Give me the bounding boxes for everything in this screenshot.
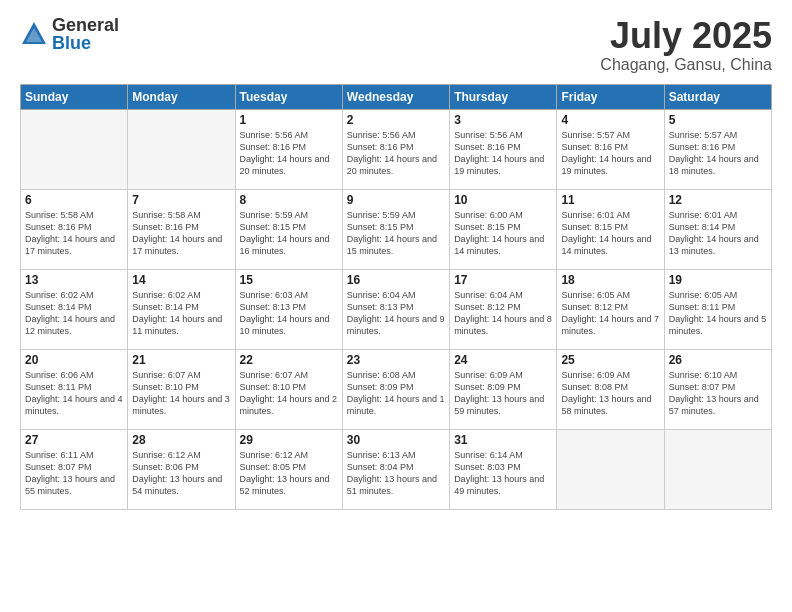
calendar-day-cell: 16Sunrise: 6:04 AM Sunset: 8:13 PM Dayli…: [342, 269, 449, 349]
calendar-header-cell: Saturday: [664, 84, 771, 109]
calendar-header-cell: Tuesday: [235, 84, 342, 109]
day-detail: Sunrise: 6:04 AM Sunset: 8:12 PM Dayligh…: [454, 289, 552, 338]
calendar-day-cell: 9Sunrise: 5:59 AM Sunset: 8:15 PM Daylig…: [342, 189, 449, 269]
calendar-day-cell: 22Sunrise: 6:07 AM Sunset: 8:10 PM Dayli…: [235, 349, 342, 429]
calendar-day-cell: 5Sunrise: 5:57 AM Sunset: 8:16 PM Daylig…: [664, 109, 771, 189]
day-detail: Sunrise: 6:01 AM Sunset: 8:14 PM Dayligh…: [669, 209, 767, 258]
day-number: 23: [347, 353, 445, 367]
calendar-day-cell: 25Sunrise: 6:09 AM Sunset: 8:08 PM Dayli…: [557, 349, 664, 429]
day-number: 1: [240, 113, 338, 127]
page: General Blue July 2025 Chagang, Gansu, C…: [0, 0, 792, 612]
calendar-day-cell: 2Sunrise: 5:56 AM Sunset: 8:16 PM Daylig…: [342, 109, 449, 189]
calendar-day-cell: 31Sunrise: 6:14 AM Sunset: 8:03 PM Dayli…: [450, 429, 557, 509]
calendar-day-cell: 12Sunrise: 6:01 AM Sunset: 8:14 PM Dayli…: [664, 189, 771, 269]
day-number: 19: [669, 273, 767, 287]
logo-general: General: [52, 16, 119, 34]
day-detail: Sunrise: 6:09 AM Sunset: 8:09 PM Dayligh…: [454, 369, 552, 418]
calendar-day-cell: [21, 109, 128, 189]
day-number: 27: [25, 433, 123, 447]
day-number: 4: [561, 113, 659, 127]
day-detail: Sunrise: 6:06 AM Sunset: 8:11 PM Dayligh…: [25, 369, 123, 418]
day-detail: Sunrise: 6:13 AM Sunset: 8:04 PM Dayligh…: [347, 449, 445, 498]
calendar-day-cell: 4Sunrise: 5:57 AM Sunset: 8:16 PM Daylig…: [557, 109, 664, 189]
day-detail: Sunrise: 6:03 AM Sunset: 8:13 PM Dayligh…: [240, 289, 338, 338]
calendar-day-cell: 19Sunrise: 6:05 AM Sunset: 8:11 PM Dayli…: [664, 269, 771, 349]
day-detail: Sunrise: 6:09 AM Sunset: 8:08 PM Dayligh…: [561, 369, 659, 418]
day-number: 10: [454, 193, 552, 207]
day-detail: Sunrise: 5:56 AM Sunset: 8:16 PM Dayligh…: [454, 129, 552, 178]
day-detail: Sunrise: 6:08 AM Sunset: 8:09 PM Dayligh…: [347, 369, 445, 418]
month-title: July 2025: [600, 16, 772, 56]
day-number: 9: [347, 193, 445, 207]
day-detail: Sunrise: 6:07 AM Sunset: 8:10 PM Dayligh…: [132, 369, 230, 418]
day-number: 2: [347, 113, 445, 127]
calendar-day-cell: 11Sunrise: 6:01 AM Sunset: 8:15 PM Dayli…: [557, 189, 664, 269]
calendar-day-cell: 6Sunrise: 5:58 AM Sunset: 8:16 PM Daylig…: [21, 189, 128, 269]
day-number: 22: [240, 353, 338, 367]
calendar-header-cell: Friday: [557, 84, 664, 109]
day-number: 12: [669, 193, 767, 207]
calendar-day-cell: 14Sunrise: 6:02 AM Sunset: 8:14 PM Dayli…: [128, 269, 235, 349]
day-detail: Sunrise: 5:56 AM Sunset: 8:16 PM Dayligh…: [240, 129, 338, 178]
title-section: July 2025 Chagang, Gansu, China: [600, 16, 772, 74]
logo-blue: Blue: [52, 34, 119, 52]
calendar-day-cell: 8Sunrise: 5:59 AM Sunset: 8:15 PM Daylig…: [235, 189, 342, 269]
day-number: 17: [454, 273, 552, 287]
day-number: 20: [25, 353, 123, 367]
day-detail: Sunrise: 5:58 AM Sunset: 8:16 PM Dayligh…: [25, 209, 123, 258]
calendar-week-row: 1Sunrise: 5:56 AM Sunset: 8:16 PM Daylig…: [21, 109, 772, 189]
day-detail: Sunrise: 6:12 AM Sunset: 8:06 PM Dayligh…: [132, 449, 230, 498]
calendar-day-cell: 28Sunrise: 6:12 AM Sunset: 8:06 PM Dayli…: [128, 429, 235, 509]
subtitle: Chagang, Gansu, China: [600, 56, 772, 74]
day-number: 7: [132, 193, 230, 207]
calendar-day-cell: 26Sunrise: 6:10 AM Sunset: 8:07 PM Dayli…: [664, 349, 771, 429]
calendar-day-cell: 29Sunrise: 6:12 AM Sunset: 8:05 PM Dayli…: [235, 429, 342, 509]
day-number: 28: [132, 433, 230, 447]
calendar-week-row: 27Sunrise: 6:11 AM Sunset: 8:07 PM Dayli…: [21, 429, 772, 509]
day-number: 8: [240, 193, 338, 207]
calendar-week-row: 20Sunrise: 6:06 AM Sunset: 8:11 PM Dayli…: [21, 349, 772, 429]
day-number: 30: [347, 433, 445, 447]
calendar-day-cell: 17Sunrise: 6:04 AM Sunset: 8:12 PM Dayli…: [450, 269, 557, 349]
calendar-day-cell: 18Sunrise: 6:05 AM Sunset: 8:12 PM Dayli…: [557, 269, 664, 349]
calendar-day-cell: [664, 429, 771, 509]
logo: General Blue: [20, 16, 119, 52]
calendar-day-cell: 10Sunrise: 6:00 AM Sunset: 8:15 PM Dayli…: [450, 189, 557, 269]
day-number: 6: [25, 193, 123, 207]
day-detail: Sunrise: 6:14 AM Sunset: 8:03 PM Dayligh…: [454, 449, 552, 498]
calendar-header-cell: Sunday: [21, 84, 128, 109]
calendar-day-cell: 24Sunrise: 6:09 AM Sunset: 8:09 PM Dayli…: [450, 349, 557, 429]
calendar-week-row: 13Sunrise: 6:02 AM Sunset: 8:14 PM Dayli…: [21, 269, 772, 349]
calendar-header-cell: Monday: [128, 84, 235, 109]
day-number: 24: [454, 353, 552, 367]
calendar-day-cell: 20Sunrise: 6:06 AM Sunset: 8:11 PM Dayli…: [21, 349, 128, 429]
calendar-day-cell: [557, 429, 664, 509]
calendar-day-cell: [128, 109, 235, 189]
calendar-day-cell: 27Sunrise: 6:11 AM Sunset: 8:07 PM Dayli…: [21, 429, 128, 509]
day-detail: Sunrise: 6:10 AM Sunset: 8:07 PM Dayligh…: [669, 369, 767, 418]
day-detail: Sunrise: 6:04 AM Sunset: 8:13 PM Dayligh…: [347, 289, 445, 338]
day-detail: Sunrise: 5:57 AM Sunset: 8:16 PM Dayligh…: [669, 129, 767, 178]
day-number: 29: [240, 433, 338, 447]
day-number: 16: [347, 273, 445, 287]
calendar-header-cell: Thursday: [450, 84, 557, 109]
calendar-day-cell: 15Sunrise: 6:03 AM Sunset: 8:13 PM Dayli…: [235, 269, 342, 349]
day-number: 31: [454, 433, 552, 447]
calendar-header-cell: Wednesday: [342, 84, 449, 109]
day-detail: Sunrise: 6:01 AM Sunset: 8:15 PM Dayligh…: [561, 209, 659, 258]
day-detail: Sunrise: 6:12 AM Sunset: 8:05 PM Dayligh…: [240, 449, 338, 498]
day-detail: Sunrise: 5:59 AM Sunset: 8:15 PM Dayligh…: [240, 209, 338, 258]
calendar-week-row: 6Sunrise: 5:58 AM Sunset: 8:16 PM Daylig…: [21, 189, 772, 269]
calendar-header: SundayMondayTuesdayWednesdayThursdayFrid…: [21, 84, 772, 109]
day-number: 15: [240, 273, 338, 287]
day-number: 13: [25, 273, 123, 287]
calendar-day-cell: 23Sunrise: 6:08 AM Sunset: 8:09 PM Dayli…: [342, 349, 449, 429]
day-detail: Sunrise: 6:02 AM Sunset: 8:14 PM Dayligh…: [25, 289, 123, 338]
logo-icon: [20, 20, 48, 48]
day-number: 5: [669, 113, 767, 127]
day-detail: Sunrise: 5:59 AM Sunset: 8:15 PM Dayligh…: [347, 209, 445, 258]
day-number: 21: [132, 353, 230, 367]
calendar-day-cell: 3Sunrise: 5:56 AM Sunset: 8:16 PM Daylig…: [450, 109, 557, 189]
day-detail: Sunrise: 5:57 AM Sunset: 8:16 PM Dayligh…: [561, 129, 659, 178]
day-number: 3: [454, 113, 552, 127]
